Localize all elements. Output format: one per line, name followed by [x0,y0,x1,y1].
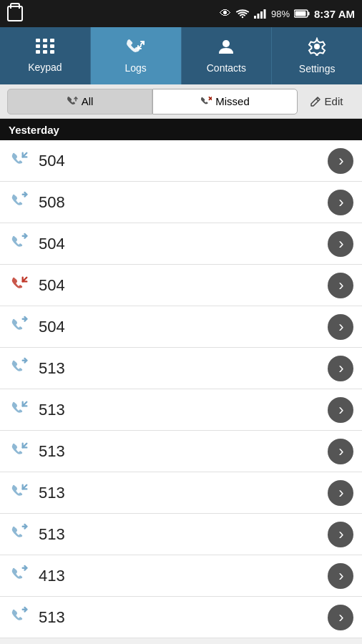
call-detail-button[interactable] [328,190,353,215]
outgoing-call-icon [9,192,30,213]
call-list-item: 504 [0,140,362,182]
edit-icon [310,96,321,107]
outgoing-call-icon [9,565,30,587]
tab-logs-label: Logs [124,62,146,74]
call-number: 513 [39,525,319,544]
call-number: 513 [39,484,319,502]
incoming-call-icon [9,482,30,504]
eye-icon: 👁 [220,7,231,20]
svg-rect-12 [50,44,54,48]
call-list-item: 504 [0,306,362,348]
call-detail-button[interactable] [328,231,353,257]
edit-button[interactable]: Edit [298,89,355,114]
call-list-item: 504 [0,223,362,265]
incoming-call-icon [9,441,30,462]
svg-rect-10 [36,44,40,48]
settings-icon [308,37,326,60]
call-number: 504 [39,152,319,170]
tab-keypad[interactable]: Keypad [0,27,91,84]
svg-rect-7 [36,39,40,42]
svg-rect-6 [295,11,306,16]
svg-point-17 [314,44,320,49]
filter-missed-button[interactable]: Missed [152,89,298,114]
outgoing-call-icon [9,316,30,338]
section-header-label: Yesterday [9,124,59,136]
svg-rect-15 [50,50,54,54]
filter-all-label: All [82,95,94,107]
tab-contacts[interactable]: Contacts [182,27,273,84]
tab-logs[interactable]: Logs [91,27,182,84]
svg-rect-0 [254,16,256,19]
outgoing-call-icon [9,524,30,545]
svg-rect-1 [258,14,260,19]
call-detail-button[interactable] [328,480,353,506]
filter-all-button[interactable]: All [7,89,152,114]
call-detail-button[interactable] [328,563,353,589]
app-icon [7,6,23,21]
call-number: 513 [39,401,319,419]
call-detail-button[interactable] [328,314,353,340]
status-right: 👁 98% 8:37 AM [220,7,355,20]
incoming-call-icon [9,399,30,421]
battery-percentage: 98% [271,9,290,19]
svg-rect-13 [36,50,40,54]
incoming-call-icon [9,275,30,296]
call-detail-button[interactable] [328,397,353,423]
call-number: 504 [39,235,319,253]
phone-all-icon [67,96,78,107]
call-list-item: 513 [0,389,362,431]
call-list-item: 513 [0,348,362,389]
call-list: 504 508 504 [0,140,362,638]
outgoing-call-icon [9,358,30,379]
call-list-item: 413 [0,555,362,597]
call-list-item: 504 [0,265,362,306]
status-bar: 👁 98% 8:37 AM [0,0,362,27]
call-number: 504 [39,276,319,295]
call-list-item: 513 [0,514,362,555]
call-detail-button[interactable] [328,522,353,547]
call-detail-button[interactable] [328,605,353,630]
call-detail-button[interactable] [328,439,353,464]
svg-rect-11 [43,44,47,48]
tab-contacts-label: Contacts [207,62,246,74]
logs-icon [125,38,147,59]
svg-rect-2 [260,11,263,19]
call-detail-button[interactable] [328,273,353,298]
contacts-icon [217,38,235,59]
call-detail-button[interactable] [328,148,353,174]
outgoing-call-icon [9,607,30,628]
svg-rect-9 [50,39,54,42]
svg-point-16 [222,40,230,47]
call-number: 508 [39,193,319,212]
edit-label: Edit [325,95,343,107]
tab-settings-label: Settings [299,63,336,74]
keypad-icon [36,39,54,59]
status-time: 8:37 AM [314,8,355,20]
svg-rect-5 [308,12,310,16]
call-list-item: 513 [0,597,362,638]
filter-bar: All Missed Edit [0,84,362,119]
call-list-item: 513 [0,472,362,514]
call-detail-button[interactable] [328,356,353,381]
svg-line-20 [316,99,318,101]
section-header-yesterday: Yesterday [0,119,362,140]
nav-tabs: Keypad Logs Contacts [0,27,362,84]
battery-icon [294,9,310,18]
outgoing-call-icon [9,233,30,255]
call-list-item: 508 [0,182,362,223]
call-number: 513 [39,442,319,461]
wifi-icon [235,9,250,19]
call-number: 413 [39,567,319,585]
tab-keypad-label: Keypad [28,62,62,73]
filter-missed-label: Missed [215,95,250,107]
signal-icon [254,9,267,19]
svg-rect-8 [43,39,47,42]
svg-rect-3 [264,9,266,19]
call-number: 504 [39,318,319,336]
incoming-call-icon [9,150,30,172]
phone-missed-icon [200,96,212,107]
call-number: 513 [39,608,319,627]
svg-rect-14 [43,50,47,54]
call-list-item: 513 [0,431,362,472]
tab-settings[interactable]: Settings [272,27,362,84]
